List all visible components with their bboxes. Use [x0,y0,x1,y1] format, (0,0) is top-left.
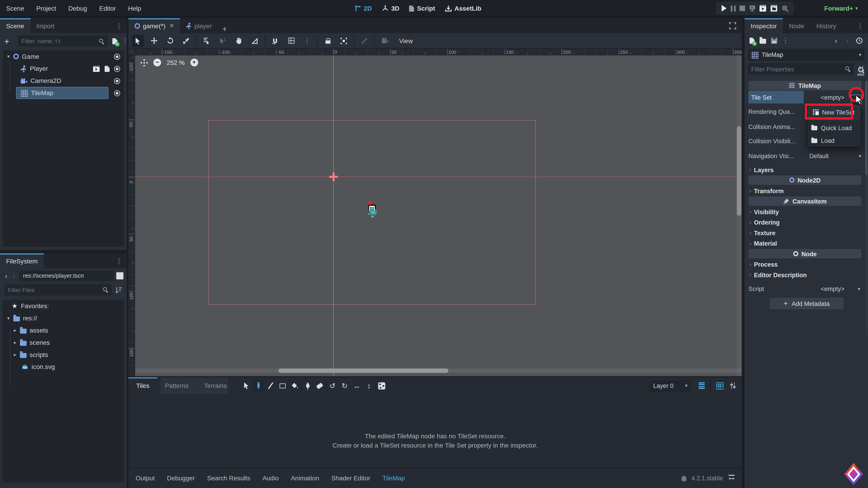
tile-set-label[interactable]: Tile Set [748,91,804,103]
script-value[interactable]: <empty> ▾ [804,285,862,292]
group-texture[interactable]: ›Texture [748,228,862,238]
canvas-vscrollbar[interactable] [737,55,741,376]
notification-bell-icon[interactable] [682,476,686,481]
workspace-2d-button[interactable]: 2D [354,5,372,11]
hscroll-thumb[interactable] [278,368,448,373]
flip-vertical-button[interactable]: ↕ [363,380,375,392]
chevron-right-icon[interactable]: ▸ [14,328,16,333]
tile-select-tool[interactable] [240,380,252,392]
close-icon[interactable]: ✕ [169,23,174,29]
renderer-selector[interactable]: Forward+ ▾ [825,0,858,17]
save-resource-button[interactable] [771,37,777,43]
play-custom-scene-icon[interactable] [771,5,778,11]
group-editor-description[interactable]: ›Editor Description [748,270,862,280]
menu-item-load[interactable]: Load [808,134,861,147]
new-resource-button[interactable]: + [749,37,754,43]
group-material[interactable]: ›Material [748,238,862,249]
tree-row-tilemap[interactable]: TileMap [3,87,124,99]
list-select-tool-button[interactable] [200,35,213,47]
chevron-right-icon[interactable]: ▸ [14,340,16,345]
group-visibility[interactable]: ›Visibility [748,207,862,217]
bottom-tab-output[interactable]: Output [129,475,161,481]
fs-row-favorites[interactable]: ★ Favorites: [3,300,124,312]
play-icon[interactable] [721,5,727,11]
tree-row-camera2d[interactable]: Camera2D [3,75,124,87]
tile-line-tool[interactable] [265,380,277,392]
scrollbar-thumb[interactable] [865,81,868,175]
canvas[interactable]: − 252 % + [135,55,742,376]
history-forward-button[interactable]: › [11,271,17,280]
center-view-icon[interactable] [141,59,148,66]
flip-horizontal-button[interactable]: ↔ [351,380,363,392]
script-attached-icon[interactable] [105,66,110,72]
tab-game-scene[interactable]: game(*) ✕ [128,18,180,33]
filter-properties-input[interactable] [751,66,842,72]
new-scene-tab-button[interactable]: + [218,24,231,33]
bottom-tab-audio[interactable]: Audio [256,475,285,481]
chevron-right-icon[interactable]: ▸ [14,352,16,357]
tab-terrains[interactable]: Terrains [196,377,235,394]
tile-bucket-tool[interactable] [289,380,301,392]
random-tile-button[interactable] [376,380,388,392]
expand-viewport-icon[interactable] [729,22,736,29]
tree-row-game[interactable]: ▾ Game [3,51,124,63]
visibility-eye-icon[interactable] [114,66,120,72]
bottom-tab-tilemap[interactable]: TileMap [376,475,411,481]
edit-back-button[interactable]: ‹ [833,36,839,44]
fs-row-root[interactable]: ▾ res:// [3,312,124,324]
load-resource-button[interactable] [760,38,766,43]
add-node-button[interactable]: + [4,36,9,46]
canvas-hscrollbar[interactable] [135,368,742,373]
group-selected-button[interactable] [338,35,350,47]
scene-filter-field[interactable] [18,35,108,46]
group-transform[interactable]: ›Transform [748,186,862,196]
grid-toggle-icon[interactable] [716,382,723,389]
zoom-level[interactable]: 252 % [166,59,185,66]
navigation-visibility-value[interactable]: Default ▾ [804,153,862,159]
menu-debug[interactable]: Debug [62,5,93,11]
zoom-out-button[interactable]: − [153,59,161,66]
fs-row-assets[interactable]: ▸ assets [3,324,124,336]
grid-snap-button[interactable] [285,35,297,47]
sort-files-icon[interactable] [115,286,122,293]
tab-node[interactable]: Node [783,18,810,33]
visibility-eye-icon[interactable] [114,78,120,84]
inspector-tools-icon[interactable] [857,66,865,72]
lasso-select-tool-button[interactable] [217,35,229,47]
bottom-tab-shader-editor[interactable]: Shader Editor [325,475,376,481]
edit-forward-button[interactable]: › [844,36,850,44]
tab-tiles[interactable]: Tiles [128,377,157,394]
remote-debug-icon[interactable] [749,5,755,11]
scale-tool-button[interactable] [180,35,192,47]
add-metadata-button[interactable]: + Add Metadata [770,298,844,309]
workspace-script-button[interactable]: Script [409,5,435,11]
inspector-scrollbar[interactable] [865,81,868,335]
dock-menu-icon[interactable]: ⋮ [116,23,122,29]
chevron-down-icon[interactable]: ▾ [7,315,10,321]
tile-paint-tool[interactable] [252,380,265,392]
scene-instance-icon[interactable] [93,66,100,72]
tile-rect-tool[interactable] [276,380,289,392]
viewport-2d[interactable]: -150 -100 -50 0 50 100 150 200 250 300 3… [128,49,742,377]
tile-eraser-tool[interactable] [314,380,326,392]
menu-help[interactable]: Help [122,5,147,11]
dock-menu-icon[interactable]: ⋮ [116,258,122,264]
workspace-3d-button[interactable]: 3D [382,5,399,11]
current-path-input[interactable] [23,272,110,279]
camera-override-button[interactable] [379,35,391,47]
menu-editor[interactable]: Editor [93,5,122,11]
ruler-tool-button[interactable] [249,35,261,47]
play-scene-icon[interactable] [760,5,767,11]
pause-icon[interactable] [731,5,736,11]
visibility-eye-icon[interactable] [114,90,120,96]
resource-menu-icon[interactable]: ⋮ [782,37,789,43]
group-ordering[interactable]: ›Ordering [748,217,862,227]
group-layers[interactable]: ›Layers [748,165,862,175]
tab-import[interactable]: Import [30,18,61,33]
pan-tool-button[interactable] [232,35,245,47]
attach-script-button[interactable]: + [112,38,117,44]
menu-project[interactable]: Project [30,5,62,11]
rotate-right-button[interactable]: ↻ [339,380,351,392]
dock-menu-icon[interactable]: ⋮ [857,23,864,29]
tree-row-player[interactable]: Player [3,63,124,75]
